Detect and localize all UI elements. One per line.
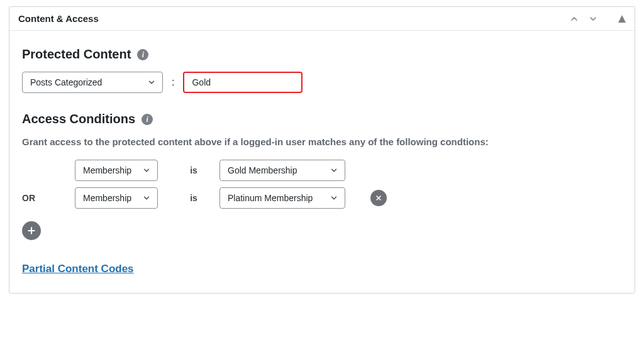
close-icon [375, 194, 382, 202]
access-conditions-description: Grant access to the protected content ab… [22, 136, 622, 147]
condition-remove-cell [352, 190, 622, 206]
svg-marker-0 [618, 15, 626, 23]
content-type-select[interactable]: Posts Categorized [22, 72, 163, 93]
protected-content-heading-text: Protected Content [22, 47, 131, 62]
condition-is-label: is [168, 165, 219, 175]
access-conditions-section: Access Conditions i Grant access to the … [22, 112, 622, 240]
info-icon[interactable]: i [142, 114, 153, 125]
plus-icon [26, 226, 36, 236]
colon-separator: : [172, 77, 174, 88]
condition-or-label: OR [22, 193, 75, 203]
chevron-down-icon [147, 78, 156, 87]
remove-condition-button[interactable] [370, 190, 387, 206]
access-conditions-heading-text: Access Conditions [22, 112, 135, 126]
partial-content-codes-link[interactable]: Partial Content Codes [22, 263, 134, 275]
condition-attribute-value: Membership [83, 165, 131, 175]
move-up-icon[interactable] [569, 14, 579, 24]
metabox-header: Content & Access [9, 7, 635, 31]
content-access-metabox: Content & Access Protected Content i [9, 6, 635, 294]
condition-value-select[interactable]: Platinum Membership [219, 187, 345, 209]
info-icon[interactable]: i [137, 49, 148, 60]
metabox-title: Content & Access [18, 13, 569, 24]
condition-value-text: Platinum Membership [228, 193, 313, 203]
protected-content-row: Posts Categorized : [22, 72, 622, 93]
condition-attribute-value: Membership [83, 193, 131, 203]
metabox-header-controls [569, 14, 626, 24]
protected-content-heading: Protected Content i [22, 47, 622, 62]
conditions-grid: Membership is Gold Membership [22, 160, 622, 209]
condition-value-text: Gold Membership [228, 165, 297, 175]
condition-attribute-select[interactable]: Membership [75, 187, 158, 209]
add-condition-button[interactable] [22, 221, 41, 240]
chevron-down-icon [142, 166, 151, 175]
partial-content-codes-row: Partial Content Codes [22, 263, 622, 275]
content-type-select-value: Posts Categorized [30, 77, 102, 87]
content-value-input[interactable] [183, 72, 303, 93]
condition-attribute-select[interactable]: Membership [75, 160, 158, 181]
metabox-body: Protected Content i Posts Categorized : … [9, 31, 635, 293]
move-down-icon[interactable] [588, 14, 598, 24]
chevron-down-icon [330, 166, 338, 175]
chevron-down-icon [142, 194, 151, 202]
add-condition-row [22, 221, 622, 240]
chevron-down-icon [330, 194, 338, 202]
condition-value-select[interactable]: Gold Membership [219, 160, 345, 181]
collapse-toggle-icon[interactable] [618, 15, 626, 23]
access-conditions-heading: Access Conditions i [22, 112, 622, 126]
condition-is-label: is [168, 193, 219, 203]
